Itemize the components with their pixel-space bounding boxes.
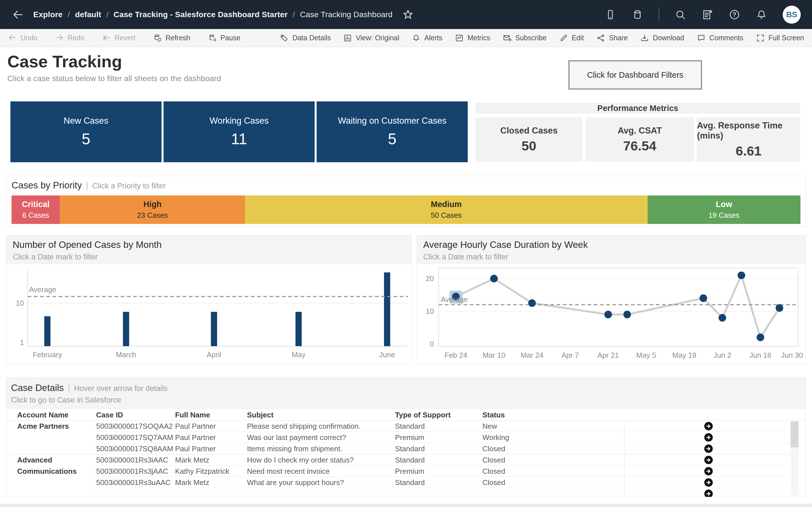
case-link-arrow[interactable] (695, 420, 723, 432)
table-scrollbar[interactable] (791, 421, 799, 496)
cell-subject: How do I check my order status? (247, 454, 354, 466)
priority-segment-critical[interactable]: Critical6 Cases (11, 195, 60, 224)
opened-cases-chart-subtitle: Click a Date mark to filter (13, 252, 411, 262)
open-in-salesforce-icon[interactable] (704, 489, 713, 497)
undo-button[interactable]: Undo (8, 34, 38, 43)
table-row-5[interactable]: 5003i000001Rs3uAACMark MetzWhat are your… (6, 477, 806, 488)
open-in-salesforce-icon[interactable] (704, 433, 713, 442)
subscribe-button[interactable]: Subscribe (503, 34, 547, 43)
full-screen-button[interactable]: Full Screen (756, 34, 804, 43)
bar-april[interactable] (211, 312, 217, 346)
table-row-0[interactable]: Acme Partners5003i0000017SOQAA2Paul Part… (6, 420, 806, 432)
alerts-button[interactable]: Alerts (412, 34, 442, 43)
column-header-case-id: Case ID (96, 409, 123, 420)
case-link-arrow[interactable] (695, 454, 723, 466)
table-row-1[interactable]: 5003i0000017SQ7AAMPaul PartnerWas our la… (6, 432, 806, 443)
point-apr-28[interactable] (623, 311, 631, 318)
priority-count: 19 Cases (709, 211, 740, 220)
case-link-arrow[interactable] (695, 432, 723, 443)
status-card-new-cases[interactable]: New Cases5 (10, 101, 161, 162)
status-card-working-cases[interactable]: Working Cases11 (163, 101, 315, 162)
download-label: Download (653, 34, 684, 42)
cell-status: Working (483, 432, 509, 443)
case-duration-chart-area: 01020AverageFeb 24Mar 10Mar 24Apr 7Apr 2… (417, 264, 806, 365)
status-card-value: 11 (231, 130, 247, 148)
table-row-6[interactable] (6, 488, 806, 497)
search-icon[interactable] (674, 9, 686, 20)
table-row-4[interactable]: 5003i000001Rs3jAACKathy FitzpatrickNeed … (6, 466, 806, 477)
case-duration-chart-title: Average Hourly Case Duration by Week (423, 239, 806, 250)
priority-bar: Critical6 CasesHigh23 CasesMedium50 Case… (11, 195, 801, 224)
open-in-salesforce-icon[interactable] (704, 455, 713, 465)
priority-segment-low[interactable]: Low19 Cases (648, 195, 801, 224)
breadcrumb-item-2[interactable]: Case Tracking - Salesforce Dashboard Sta… (114, 10, 288, 19)
case-link-arrow[interactable] (695, 466, 723, 477)
help-icon[interactable]: ? (728, 9, 741, 20)
x-tick-may: May (292, 350, 305, 359)
svg-text:?: ? (732, 11, 736, 18)
bar-may[interactable] (296, 312, 302, 346)
device-preview-icon[interactable] (605, 9, 616, 20)
case-details-hint: Hover over arrow for details (74, 384, 168, 393)
point-mar-10[interactable] (490, 275, 498, 283)
table-column-headers: Account NameCase IDFull NameSubjectType … (6, 409, 806, 421)
status-card-label: New Cases (64, 116, 109, 126)
download-button[interactable]: Download (640, 34, 684, 43)
cell-status: New (483, 420, 497, 432)
favorite-star-icon[interactable] (402, 9, 414, 20)
open-in-salesforce-icon[interactable] (704, 466, 713, 476)
cell-subject: What are your support hours? (247, 477, 344, 488)
fullscreen-icon (756, 34, 765, 43)
point-may-26[interactable] (700, 294, 707, 302)
revert-button[interactable]: Revert (102, 34, 136, 43)
notifications-icon[interactable] (756, 9, 767, 20)
point-jun-9[interactable] (738, 272, 745, 279)
priority-segment-high[interactable]: High23 Cases (60, 195, 245, 224)
point-jun-16[interactable] (757, 334, 764, 341)
edit-icon (559, 34, 568, 43)
breadcrumb-item-3[interactable]: Case Tracking Dashboard (300, 10, 393, 19)
case-details-title-row: Case Details | Hover over arrow for deta… (11, 383, 806, 393)
case-link-arrow[interactable] (695, 477, 723, 488)
user-avatar[interactable]: BS (783, 6, 801, 24)
view-button[interactable]: View: Original (343, 34, 399, 43)
data-source-icon[interactable] (631, 9, 644, 20)
open-in-salesforce-icon[interactable] (704, 478, 713, 487)
comments-button[interactable]: Comments (697, 34, 744, 43)
bell-icon (412, 34, 421, 43)
bar-february[interactable] (44, 316, 50, 346)
bar-march[interactable] (123, 312, 129, 346)
table-scrollbar-thumb[interactable] (791, 421, 799, 447)
back-button[interactable] (11, 8, 24, 21)
priority-label: Low (716, 200, 732, 209)
open-in-salesforce-icon[interactable] (704, 421, 713, 431)
share-button[interactable]: Share (596, 34, 628, 43)
status-card-waiting-on-customer-cases[interactable]: Waiting on Customer Cases5 (317, 101, 468, 162)
breadcrumb-item-0[interactable]: Explore (33, 10, 63, 19)
comments-label: Comments (709, 34, 744, 42)
y-tick-1: 1 (20, 338, 24, 347)
x-tick-april: April (207, 350, 221, 359)
redo-button[interactable]: Redo (55, 34, 85, 43)
point-jun-23[interactable] (776, 304, 783, 312)
x-tick-jun-30: Jun 30 (781, 351, 803, 359)
open-in-salesforce-icon[interactable] (704, 444, 713, 453)
edit-button[interactable]: Edit (559, 34, 584, 43)
pause-button[interactable]: Pause (208, 34, 241, 43)
data-details-button[interactable]: Data Details (280, 34, 331, 43)
breadcrumb-item-1[interactable]: default (75, 10, 101, 19)
table-row-2[interactable]: 5003i0000017SQ8AAMPaul PartnerItems miss… (6, 443, 806, 454)
priority-segment-medium[interactable]: Medium50 Cases (245, 195, 648, 224)
point-apr-21[interactable] (605, 311, 612, 318)
table-row-3[interactable]: Advanced Communications5003i000001Rs3iAA… (6, 454, 806, 466)
point-mar-24[interactable] (528, 299, 536, 307)
point-jun-2[interactable] (719, 314, 726, 322)
case-link-arrow[interactable] (695, 443, 723, 454)
dashboard-filters-button[interactable]: Click for Dashboard Filters (568, 60, 702, 90)
bar-june[interactable] (384, 272, 390, 346)
refresh-button[interactable]: Refresh (153, 34, 190, 43)
case-link-arrow[interactable] (695, 488, 723, 497)
navbar-divider (659, 8, 659, 21)
metrics-button[interactable]: Metrics (455, 34, 490, 43)
custom-views-icon[interactable] (702, 9, 713, 20)
